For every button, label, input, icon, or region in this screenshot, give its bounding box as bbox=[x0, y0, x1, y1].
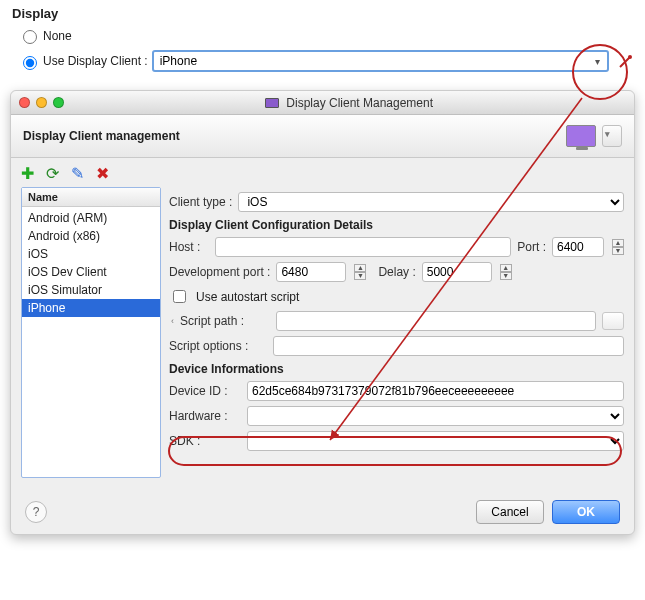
dialog-header-strip: Display Client management ▾ bbox=[11, 115, 634, 158]
config-section-title: Display Client Configuration Details bbox=[169, 218, 624, 232]
radio-none-row[interactable]: None bbox=[18, 27, 635, 44]
hardware-label: Hardware : bbox=[169, 409, 241, 423]
ok-button[interactable]: OK bbox=[552, 500, 620, 524]
port-stepper[interactable]: ▲▼ bbox=[612, 239, 624, 255]
port-input[interactable] bbox=[552, 237, 604, 257]
svg-line-0 bbox=[620, 57, 630, 67]
wand-icon[interactable] bbox=[617, 52, 635, 70]
list-item[interactable]: iOS Simulator bbox=[22, 281, 160, 299]
refresh-icon[interactable]: ⟳ bbox=[46, 164, 59, 183]
help-icon[interactable]: ? bbox=[25, 501, 47, 523]
browse-icon[interactable] bbox=[602, 312, 624, 330]
radio-none-label: None bbox=[43, 29, 72, 43]
list-item[interactable]: Android (x86) bbox=[22, 227, 160, 245]
display-client-mgmt-dialog: Display Client Management Display Client… bbox=[10, 90, 635, 535]
scriptopts-label: Script options : bbox=[169, 339, 267, 353]
monitor-icon bbox=[265, 98, 279, 108]
dialog-footer: ? Cancel OK bbox=[11, 500, 634, 524]
minimize-icon[interactable] bbox=[36, 97, 47, 108]
delete-icon[interactable]: ✖ bbox=[96, 164, 109, 183]
radio-use-client[interactable] bbox=[23, 56, 37, 70]
scriptpath-input[interactable] bbox=[276, 311, 596, 331]
chevron-down-icon[interactable]: ▾ bbox=[590, 54, 605, 69]
cancel-button[interactable]: Cancel bbox=[476, 500, 544, 524]
delay-input[interactable] bbox=[422, 262, 492, 282]
list-item[interactable]: iOS Dev Client bbox=[22, 263, 160, 281]
header-side-button[interactable]: ▾ bbox=[602, 125, 622, 147]
list-toolbar: ✚ ⟳ ✎ ✖ bbox=[11, 158, 634, 187]
list-item[interactable]: iPhone bbox=[22, 299, 160, 317]
display-title: Display bbox=[12, 6, 635, 21]
zoom-icon[interactable] bbox=[53, 97, 64, 108]
config-panel: Client type : iOS Display Client Configu… bbox=[169, 187, 624, 478]
host-input[interactable] bbox=[215, 237, 511, 257]
scriptopts-input[interactable] bbox=[273, 336, 624, 356]
host-label: Host : bbox=[169, 240, 209, 254]
monitor-large-icon bbox=[566, 125, 596, 147]
devport-stepper[interactable]: ▲▼ bbox=[354, 264, 366, 280]
chevron-left-icon: ‹ bbox=[171, 316, 174, 326]
dialog-header-label: Display Client management bbox=[23, 129, 180, 143]
client-list[interactable]: Name Android (ARM)Android (x86)iOSiOS De… bbox=[21, 187, 161, 478]
svg-point-1 bbox=[628, 55, 632, 59]
scriptpath-label: Script path : bbox=[180, 314, 270, 328]
sdk-select[interactable] bbox=[247, 431, 624, 451]
port-label: Port : bbox=[517, 240, 546, 254]
deviceinfo-title: Device Informations bbox=[169, 362, 624, 376]
list-item[interactable]: iOS bbox=[22, 245, 160, 263]
radio-use-label: Use Display Client : bbox=[43, 54, 148, 68]
radio-none[interactable] bbox=[23, 30, 37, 44]
deviceid-input[interactable] bbox=[247, 381, 624, 401]
display-section: Display None Use Display Client : ▾ bbox=[0, 0, 645, 86]
list-header-name[interactable]: Name bbox=[22, 188, 160, 207]
edit-icon[interactable]: ✎ bbox=[71, 164, 84, 183]
autostart-checkbox[interactable] bbox=[173, 290, 186, 303]
devport-input[interactable] bbox=[276, 262, 346, 282]
delay-label: Delay : bbox=[378, 265, 415, 279]
list-item[interactable]: Android (ARM) bbox=[22, 209, 160, 227]
hardware-select[interactable] bbox=[247, 406, 624, 426]
sdk-label: SDK : bbox=[169, 434, 241, 448]
radio-use-row[interactable]: Use Display Client : ▾ bbox=[18, 50, 635, 72]
dialog-titlebar: Display Client Management bbox=[11, 91, 634, 115]
delay-stepper[interactable]: ▲▼ bbox=[500, 264, 512, 280]
dialog-title: Display Client Management bbox=[64, 96, 634, 110]
deviceid-label: Device ID : bbox=[169, 384, 241, 398]
client-type-label: Client type : bbox=[169, 195, 232, 209]
close-icon[interactable] bbox=[19, 97, 30, 108]
client-type-select[interactable]: iOS bbox=[238, 192, 624, 212]
add-icon[interactable]: ✚ bbox=[21, 164, 34, 183]
autostart-label: Use autostart script bbox=[196, 290, 299, 304]
devport-label: Development port : bbox=[169, 265, 270, 279]
display-client-combo[interactable] bbox=[152, 50, 609, 72]
